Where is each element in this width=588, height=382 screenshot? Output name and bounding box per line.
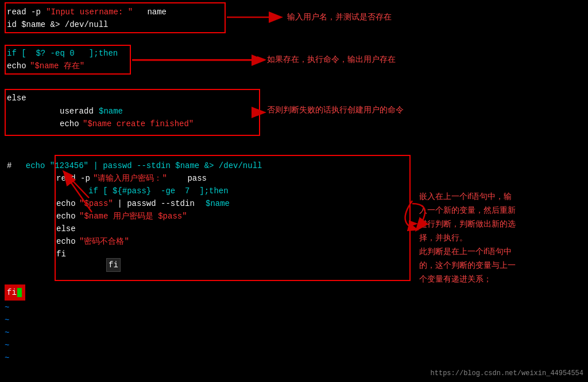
code-line-4b: "$name 存在" [30, 60, 84, 72]
code-line-6a: useradd [60, 105, 98, 118]
annotation-3: 否则判断失败的话执行创建用户的命令 [267, 103, 404, 116]
fi-highlight-text: fi [109, 260, 118, 270]
code-line-11c: | passwd --stdin [113, 197, 199, 210]
code-line-7b: "$name create finished" [83, 118, 194, 130]
code-line-11a: echo [56, 197, 80, 210]
code-line-2: id $name &> /dev/null [7, 18, 108, 31]
tilde-5: ~ [5, 353, 9, 362]
code-line-1c: name [142, 6, 167, 18]
code-line-6b: $name [99, 105, 123, 118]
tilde-3: ~ [5, 328, 9, 337]
code-line-7a: echo [60, 118, 84, 130]
code-line-13: else [56, 223, 76, 235]
code-line-10: if [ ${#pass} -ge 7 ];then [88, 185, 229, 197]
annotation-1: 输入用户名，并测试是否存在 [287, 10, 392, 23]
code-line-5: else [7, 92, 26, 104]
code-line-9b: "请输入用户密码：" [93, 172, 172, 185]
fi-terminal-text: fi [7, 288, 17, 297]
fi-highlight-box: fi [106, 258, 121, 272]
code-line-1a: read -p [7, 6, 45, 18]
code-line-8a: # [7, 159, 11, 172]
annotation-2: 如果存在，执行命令，输出用户存在 [267, 53, 396, 65]
code-line-15: fi [56, 248, 66, 260]
code-line-11b: "$pass" [79, 197, 113, 210]
code-line-3: if [ $? -eq 0 ];then [7, 47, 118, 60]
code-line-1b: "Input username: " [46, 6, 133, 18]
code-line-12b: "$name 用户密码是 $pass" [79, 210, 187, 223]
code-line-9c: pass [183, 172, 207, 185]
fi-terminal-block: fi [5, 284, 25, 301]
code-line-8b: echo "123456" | passwd --stdin $name &> … [16, 159, 262, 172]
tilde-2: ~ [5, 315, 9, 325]
annotation-4: 嵌入在上一个if语句中，输入一个新的变量，然后重新进行判断，判断做出新的选择，并… [419, 189, 583, 286]
url-text: https://blog.csdn.net/weixin_44954554 [431, 369, 583, 377]
code-line-12a: echo [56, 210, 80, 223]
cursor [17, 288, 22, 297]
code-line-4a: echo [7, 60, 31, 72]
code-line-11d: $name [206, 197, 230, 210]
tilde-4: ~ [5, 341, 9, 350]
tilde-1: ~ [5, 303, 9, 312]
code-line-14a: echo [56, 235, 80, 248]
main-container: read -p "Input username: " name id $name… [0, 0, 588, 382]
code-line-14b: "密码不合格" [79, 235, 129, 248]
code-line-9a: read -p [56, 172, 95, 185]
